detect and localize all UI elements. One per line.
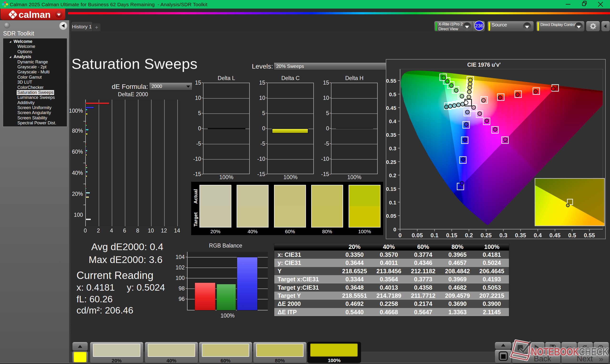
svg-text:0: 0 — [393, 227, 396, 233]
svg-text:0.35: 0.35 — [515, 232, 526, 238]
svg-text:0.45: 0.45 — [549, 232, 561, 238]
svg-text:0.3: 0.3 — [499, 232, 507, 238]
svg-text:0.5: 0.5 — [389, 91, 396, 97]
svg-text:0.15: 0.15 — [386, 186, 396, 192]
svg-text:0.3: 0.3 — [389, 145, 396, 152]
svg-text:0.05: 0.05 — [412, 232, 423, 238]
svg-text:0.1: 0.1 — [389, 200, 396, 206]
svg-text:0.35: 0.35 — [386, 132, 396, 138]
svg-text:0.15: 0.15 — [446, 232, 457, 238]
svg-text:0.4: 0.4 — [534, 232, 542, 238]
svg-text:0.5: 0.5 — [568, 232, 576, 238]
svg-text:0.55: 0.55 — [386, 78, 396, 84]
svg-text:0.2: 0.2 — [465, 232, 473, 238]
svg-text:0: 0 — [398, 232, 402, 238]
svg-text:0.2: 0.2 — [389, 172, 396, 178]
svg-text:0.45: 0.45 — [386, 105, 396, 111]
svg-text:0.25: 0.25 — [386, 159, 396, 165]
svg-text:0.55: 0.55 — [584, 232, 595, 238]
svg-text:0.4: 0.4 — [389, 118, 396, 124]
svg-text:0.05: 0.05 — [386, 213, 396, 219]
svg-text:0.25: 0.25 — [480, 232, 492, 238]
svg-text:0.1: 0.1 — [430, 232, 439, 238]
